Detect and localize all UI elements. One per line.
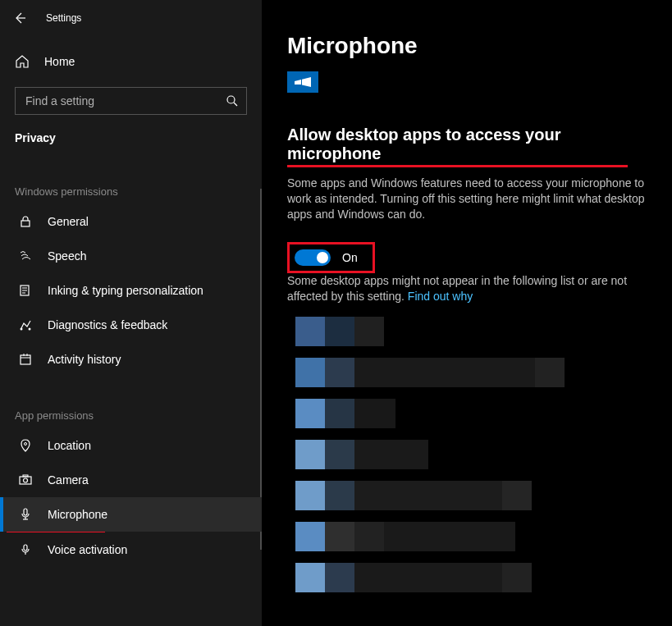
search-input[interactable] (15, 87, 247, 115)
svg-rect-17 (23, 475, 28, 477)
inking-icon (18, 283, 33, 298)
lock-icon (18, 214, 33, 229)
svg-point-16 (24, 478, 28, 482)
camera-icon (18, 473, 33, 487)
sidebar-item-inking[interactable]: Inking & typing personalization (0, 273, 262, 308)
toggle-state-label: On (342, 251, 358, 264)
app-chip (287, 71, 318, 93)
section-header-windows-permissions: Windows permissions (0, 185, 262, 204)
sidebar-item-label: Diagnostics & feedback (48, 318, 167, 331)
history-icon (18, 352, 33, 367)
diagnostics-icon (18, 318, 33, 332)
sidebar-item-diagnostics[interactable]: Diagnostics & feedback (0, 308, 262, 342)
svg-point-9 (29, 328, 31, 331)
sidebar-item-microphone[interactable]: Microphone (0, 497, 262, 532)
svg-rect-3 (21, 221, 30, 226)
window-title: Settings (46, 12, 81, 24)
voice-icon (18, 542, 33, 557)
find-out-why-link[interactable]: Find out why (408, 290, 473, 303)
sidebar-item-location[interactable]: Location (0, 428, 262, 463)
section-title: Allow desktop apps to access your microp… (287, 126, 647, 163)
page-title: Microphone (287, 33, 647, 59)
home-label: Home (44, 55, 75, 68)
svg-point-1 (227, 96, 235, 103)
note-text: Some desktop apps might not appear in th… (287, 273, 647, 304)
sidebar-item-label: General (48, 215, 89, 228)
sidebar-home[interactable]: Home (0, 46, 262, 77)
sidebar-item-general[interactable]: General (0, 204, 262, 239)
sidebar-item-label: Location (48, 439, 91, 452)
settings-sidebar: Settings Home Privacy Windows permission… (0, 0, 263, 626)
sidebar-item-label: Microphone (48, 508, 107, 521)
svg-rect-21 (24, 545, 27, 551)
section-description: Some apps and Windows features need to a… (287, 176, 647, 222)
sidebar-item-label: Inking & typing personalization (48, 284, 203, 297)
desktop-apps-toggle[interactable] (295, 249, 331, 266)
search-icon (226, 94, 239, 107)
svg-point-14 (25, 443, 27, 446)
sidebar-item-voice-activation[interactable]: Voice activation (0, 532, 262, 567)
svg-rect-10 (21, 355, 30, 364)
svg-rect-15 (20, 477, 31, 484)
main-content: Microphone Allow desktop apps to access … (263, 0, 672, 626)
sidebar-item-label: Voice activation (48, 543, 127, 556)
category-label: Privacy (0, 115, 262, 153)
sidebar-item-activity-history[interactable]: Activity history (0, 342, 262, 377)
arrow-left-icon (13, 11, 26, 25)
sidebar-item-label: Speech (48, 249, 86, 263)
location-icon (18, 438, 33, 453)
windows-logo-icon (295, 76, 311, 88)
annotation-underline (287, 165, 628, 167)
annotation-highlight-box: On (287, 242, 375, 273)
svg-line-2 (234, 103, 237, 106)
sidebar-item-camera[interactable]: Camera (0, 463, 262, 497)
sidebar-item-speech[interactable]: Speech (0, 239, 262, 273)
home-icon (15, 54, 30, 69)
svg-rect-18 (24, 509, 27, 515)
redacted-app-list (295, 317, 647, 592)
back-button[interactable] (13, 11, 26, 25)
microphone-icon (18, 507, 33, 522)
sidebar-item-label: Camera (48, 473, 89, 487)
section-header-app-permissions: App permissions (0, 409, 262, 428)
speech-icon (18, 249, 33, 263)
sidebar-item-label: Activity history (48, 353, 121, 366)
